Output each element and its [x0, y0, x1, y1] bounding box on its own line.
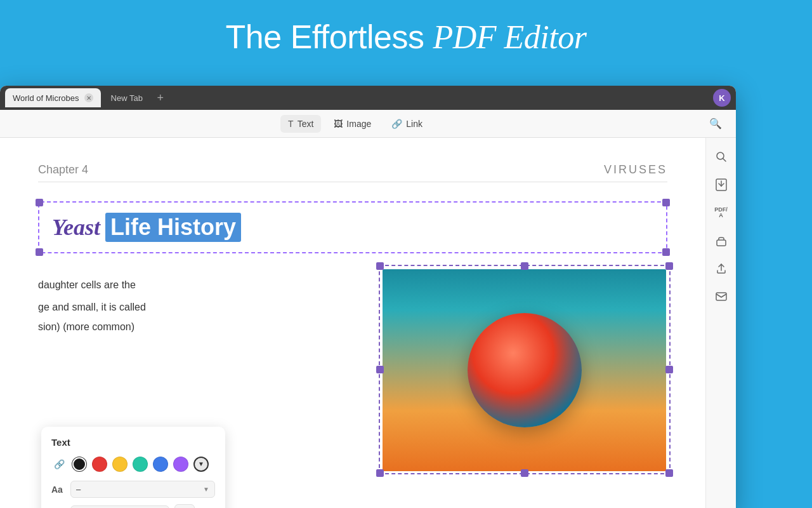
sidebar-pdfa-icon[interactable]: PDF/A [710, 201, 733, 224]
image-handle-tr[interactable] [665, 262, 673, 270]
title-cursive: PDF Editor [433, 19, 586, 55]
image-selection-overlay[interactable] [379, 265, 671, 474]
italic-button[interactable]: I [200, 504, 215, 508]
user-avatar[interactable]: K [713, 89, 731, 107]
svg-line-17 [723, 159, 726, 162]
color-swatch-red[interactable] [92, 457, 107, 472]
image-handle-tm[interactable] [521, 262, 528, 270]
font-dash: – [76, 485, 81, 494]
popup-title: Text [51, 437, 215, 448]
tab-label-active: World of Microbes [13, 93, 79, 103]
tab-world-of-microbes[interactable]: World of Microbes ✕ [5, 88, 101, 107]
toolbar: T Text 🖼 Image 🔗 Link 🔍 [0, 110, 736, 138]
right-sidebar: PDF/A [705, 138, 736, 508]
bold-button[interactable]: B [174, 504, 195, 508]
pdf-area: Chapter 4 VIRUSES Yeast Life History dau… [0, 138, 705, 508]
color-row: 🔗 ▼ [51, 457, 215, 472]
toolbar-image[interactable]: 🖼 Image [326, 115, 379, 133]
color-swatch-blue[interactable] [153, 457, 168, 472]
sidebar-search-icon[interactable] [710, 145, 733, 168]
toolbar-text-label: Text [298, 119, 314, 129]
image-handle-ml[interactable] [376, 366, 384, 373]
heading-yeast: Yeast [52, 214, 100, 241]
main-content: Chapter 4 VIRUSES Yeast Life History dau… [0, 138, 736, 508]
color-swatch-black[interactable] [72, 457, 87, 472]
toolbar-link[interactable]: 🔗 Link [384, 115, 430, 133]
color-swatch-yellow[interactable] [112, 457, 128, 472]
browser-window: World of Microbes ✕ New Tab + K T Text 🖼… [0, 86, 736, 508]
handle-bottom-left[interactable] [36, 248, 43, 256]
tab-new-tab[interactable]: New Tab [103, 88, 150, 107]
tab-label-inactive: New Tab [111, 93, 143, 103]
pdfa-label: PDF/A [714, 207, 728, 218]
bold-italic-row: B Field ▼ B I [51, 504, 215, 508]
field-select[interactable]: Field ▼ [70, 505, 169, 509]
font-row: Aa – ▼ [51, 481, 215, 498]
handle-top-left[interactable] [36, 199, 43, 206]
image-icon: 🖼 [334, 119, 343, 129]
toolbar-text[interactable]: T Text [280, 115, 321, 133]
link-icon: 🔗 [391, 119, 402, 129]
text-selection-container[interactable]: Yeast Life History [38, 201, 667, 253]
handle-top-right[interactable] [662, 199, 670, 206]
page-header: Chapter 4 VIRUSES [38, 163, 667, 182]
new-tab-button[interactable]: + [153, 90, 168, 105]
toolbar-link-label: Link [406, 119, 422, 129]
color-swatch-custom[interactable]: ▼ [193, 457, 209, 472]
font-icon-label: Aa [51, 485, 65, 495]
sidebar-lock-icon[interactable] [710, 229, 733, 252]
font-select[interactable]: – ▼ [70, 481, 215, 498]
chapter-label: Chapter 4 [38, 163, 88, 177]
text-icon: T [288, 119, 294, 129]
app-title: The Effortless PDF Editor [0, 18, 812, 56]
text-formatting-popup: Text 🔗 ▼ Aa [41, 427, 225, 508]
image-handle-br[interactable] [665, 469, 673, 477]
handle-bottom-right[interactable] [662, 248, 670, 256]
svg-rect-23 [716, 293, 726, 300]
color-swatch-purple[interactable] [173, 457, 188, 472]
color-swatch-teal[interactable] [133, 457, 148, 472]
sidebar-email-icon[interactable] [710, 285, 733, 308]
image-handle-tl[interactable] [376, 262, 384, 270]
heading-text: Yeast Life History [52, 213, 241, 242]
tab-close-button[interactable]: ✕ [84, 93, 93, 102]
app-header: The Effortless PDF Editor [0, 0, 812, 69]
search-button[interactable]: 🔍 [705, 114, 726, 134]
svg-rect-22 [717, 240, 726, 246]
tab-bar: World of Microbes ✕ New Tab + K [0, 86, 736, 110]
image-handle-mr[interactable] [665, 366, 673, 373]
sidebar-download-icon[interactable] [710, 173, 733, 196]
toolbar-image-label: Image [346, 119, 371, 129]
sidebar-share-icon[interactable] [710, 257, 733, 280]
title-regular: The Effortless [226, 18, 433, 55]
color-link-icon[interactable]: 🔗 [51, 457, 67, 472]
image-handle-bl[interactable] [376, 469, 384, 477]
image-handle-bm[interactable] [521, 469, 528, 477]
font-arrow: ▼ [203, 486, 209, 493]
viruses-label: VIRUSES [604, 163, 667, 177]
heading-highlighted: Life History [105, 213, 241, 242]
